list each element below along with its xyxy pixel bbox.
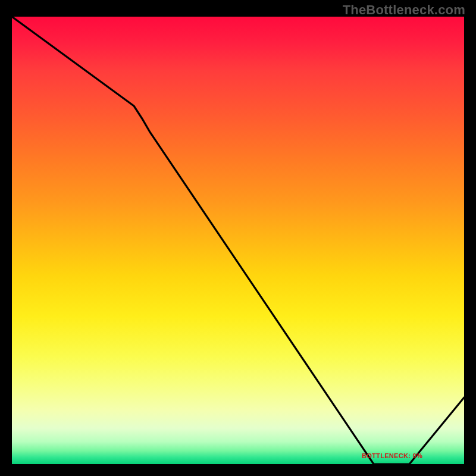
plot-area: BOTTLENECK: 0% [12, 17, 464, 464]
watermark-text: TheBottleneck.com [343, 2, 465, 18]
line-chart-svg [12, 17, 464, 464]
bottleneck-curve-path [12, 17, 464, 464]
bottleneck-zero-label: BOTTLENECK: 0% [362, 452, 422, 459]
chart-container: TheBottleneck.com BOTTLENECK: 0% [0, 0, 476, 476]
